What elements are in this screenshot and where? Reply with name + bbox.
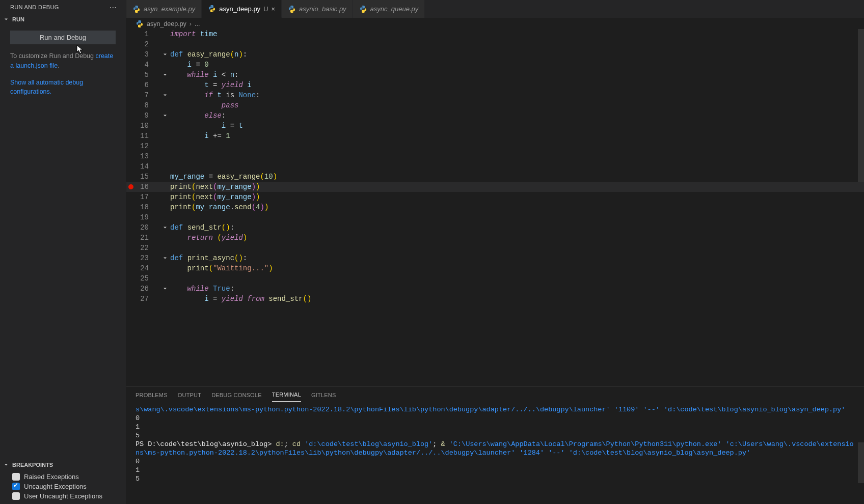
line-number[interactable]: 12: [126, 141, 158, 151]
mouse-cursor-icon: [76, 45, 85, 55]
editor-tab[interactable]: async_queue.py: [353, 0, 425, 18]
breakpoint-label: User Uncaught Exceptions: [24, 492, 102, 500]
line-number[interactable]: 11: [126, 131, 158, 141]
fold-chevron-icon[interactable]: [161, 90, 169, 100]
code-line[interactable]: [170, 273, 864, 284]
line-number[interactable]: 25: [126, 273, 158, 284]
code-line[interactable]: return (yield): [170, 233, 864, 243]
terminal-line: 1: [136, 466, 855, 474]
line-number[interactable]: 9: [126, 110, 158, 121]
code-line[interactable]: def print_async():: [170, 253, 864, 263]
code-line[interactable]: i = t: [170, 121, 864, 131]
line-number[interactable]: 17: [126, 192, 158, 202]
code-line[interactable]: pass: [170, 100, 864, 110]
line-number[interactable]: 5: [126, 70, 158, 80]
panel-tab[interactable]: OUTPUT: [178, 388, 201, 402]
code-line[interactable]: [170, 212, 864, 222]
editor-tab[interactable]: asynio_basic.py: [282, 0, 353, 18]
code-line[interactable]: [170, 151, 864, 161]
breadcrumb[interactable]: asyn_deep.py › ...: [126, 18, 864, 29]
terminal-output[interactable]: s\wang\.vscode\extensions\ms-python.pyth…: [126, 403, 864, 504]
breakpoints-section-label: BREAKPOINTS: [12, 462, 53, 468]
breakpoint-item[interactable]: User Uncaught Exceptions: [0, 491, 126, 501]
show-auto-link-2[interactable]: configurations: [10, 88, 50, 95]
breakpoint-dot-icon[interactable]: [128, 184, 133, 189]
panel-tab[interactable]: TERMINAL: [272, 388, 301, 402]
line-number[interactable]: 10: [126, 121, 158, 131]
panel-tab-bar: PROBLEMSOUTPUTDEBUG CONSOLETERMINALGITLE…: [126, 386, 864, 403]
code-line[interactable]: while i < n:: [170, 70, 864, 80]
line-number[interactable]: 6: [126, 80, 158, 90]
breakpoint-label: Raised Exceptions: [24, 473, 79, 481]
code-line[interactable]: [170, 39, 864, 49]
breakpoint-item[interactable]: Raised Exceptions: [0, 472, 126, 482]
code-line[interactable]: t = yield i: [170, 80, 864, 90]
code-line[interactable]: i = yield from send_str(): [170, 294, 864, 304]
bottom-panel: PROBLEMSOUTPUTDEBUG CONSOLETERMINALGITLE…: [126, 386, 864, 504]
code-line[interactable]: [170, 141, 864, 151]
line-number[interactable]: 27: [126, 294, 158, 304]
sidebar-more-icon[interactable]: ···: [107, 5, 119, 10]
line-number[interactable]: 2: [126, 39, 158, 49]
line-number[interactable]: 1: [126, 29, 158, 39]
panel-tab[interactable]: DEBUG CONSOLE: [211, 388, 262, 402]
breakpoints-list: Raised ExceptionsUncaught ExceptionsUser…: [0, 470, 126, 504]
code-line[interactable]: while True:: [170, 284, 864, 294]
editor-tab[interactable]: asyn_example.py: [126, 0, 202, 18]
line-number[interactable]: 18: [126, 202, 158, 212]
line-number[interactable]: 21: [126, 233, 158, 243]
line-number[interactable]: 7: [126, 90, 158, 100]
code-line[interactable]: import time: [170, 29, 864, 39]
line-number[interactable]: 22: [126, 243, 158, 253]
line-number[interactable]: 14: [126, 161, 158, 172]
panel-scrollbar[interactable]: [858, 386, 864, 504]
line-number[interactable]: 13: [126, 151, 158, 161]
line-number[interactable]: 20: [126, 222, 158, 233]
breakpoint-checkbox[interactable]: [12, 483, 20, 490]
breakpoints-section-header[interactable]: BREAKPOINTS: [0, 460, 126, 470]
line-number[interactable]: 4: [126, 60, 158, 70]
code-line[interactable]: [170, 161, 864, 172]
code-line[interactable]: my_range = easy_range(10): [170, 172, 864, 182]
breakpoint-checkbox[interactable]: [12, 492, 20, 500]
code-editor[interactable]: 1234567891011121314151617181920212223242…: [126, 29, 864, 386]
line-number[interactable]: 19: [126, 212, 158, 222]
fold-chevron-icon[interactable]: [161, 49, 169, 60]
panel-tab[interactable]: GITLENS: [311, 388, 336, 402]
fold-chevron-icon[interactable]: [161, 222, 169, 233]
sidebar-header: RUN AND DEBUG ···: [0, 0, 126, 14]
breakpoint-checkbox[interactable]: [12, 473, 20, 481]
show-auto-link-1[interactable]: Show all automatic debug: [10, 79, 83, 86]
code-line[interactable]: def send_str():: [170, 222, 864, 233]
line-number[interactable]: 24: [126, 263, 158, 273]
line-number[interactable]: 26: [126, 284, 158, 294]
code-line[interactable]: i = 0: [170, 60, 864, 70]
fold-chevron-icon[interactable]: [161, 70, 169, 80]
breakpoint-item[interactable]: Uncaught Exceptions: [0, 482, 126, 491]
fold-chevron-icon[interactable]: [161, 110, 169, 121]
panel-tab[interactable]: PROBLEMS: [136, 388, 168, 402]
run-section-header[interactable]: RUN: [0, 14, 126, 24]
line-number[interactable]: 23: [126, 253, 158, 263]
code-line[interactable]: [170, 243, 864, 253]
fold-chevron-icon[interactable]: [161, 284, 169, 294]
run-and-debug-button[interactable]: Run and Debug: [10, 31, 116, 44]
breakpoint-label: Uncaught Exceptions: [24, 483, 87, 490]
code-line[interactable]: print(my_range.send(4)): [170, 202, 864, 212]
editor-tab[interactable]: asyn_deep.py U ×: [202, 0, 282, 18]
code-line[interactable]: i += 1: [170, 131, 864, 141]
show-auto-config: Show all automatic debug configurations.: [10, 78, 116, 97]
line-number[interactable]: 15: [126, 172, 158, 182]
chevron-down-icon: [3, 16, 10, 22]
code-line[interactable]: print(next(my_range)): [170, 182, 864, 192]
code-line[interactable]: def easy_range(n):: [170, 49, 864, 60]
code-line[interactable]: if t is None:: [170, 90, 864, 100]
close-icon[interactable]: ×: [272, 5, 276, 13]
code-line[interactable]: print(next(my_range)): [170, 192, 864, 202]
line-number[interactable]: 8: [126, 100, 158, 110]
code-line[interactable]: else:: [170, 110, 864, 121]
line-number[interactable]: 3: [126, 49, 158, 60]
terminal-line: 0: [136, 457, 855, 466]
fold-chevron-icon[interactable]: [161, 253, 169, 263]
code-line[interactable]: print("Waitting..."): [170, 263, 864, 273]
